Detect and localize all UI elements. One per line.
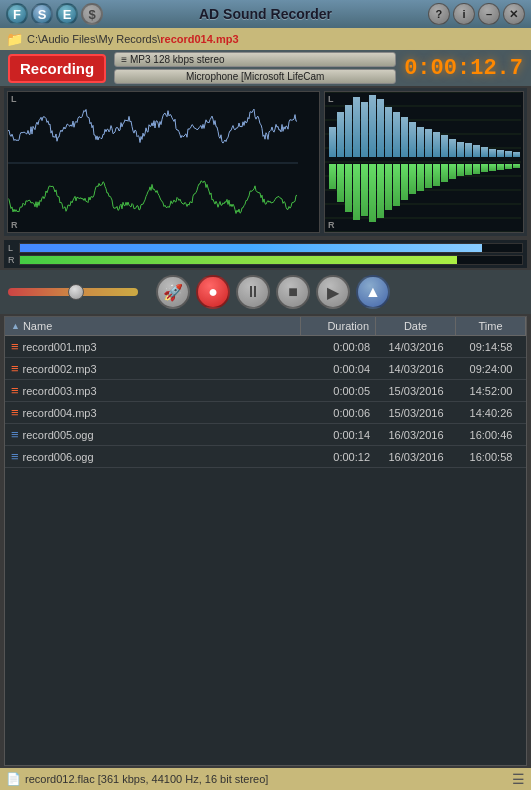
file-row[interactable]: ≡ record006.ogg 0:00:12 16/03/2016 16:00… [5,446,526,468]
spectrum-canvas [325,92,521,233]
file-icon: 📄 [6,772,21,786]
microphone-button[interactable]: Microphone [Microsoft LifeCam [114,69,396,84]
up-icon: ▲ [365,283,381,301]
file-cell-date: 15/03/2016 [376,406,456,420]
play-button[interactable]: ▶ [316,275,350,309]
file-cell-time: 14:52:00 [456,384,526,398]
file-list-body: ≡ record001.mp3 0:00:08 14/03/2016 09:14… [5,336,526,468]
file-cell-time: 09:14:58 [456,340,526,354]
file-cell-duration: 0:00:06 [301,406,376,420]
file-row[interactable]: ≡ record005.ogg 0:00:14 16/03/2016 16:00… [5,424,526,446]
waveform-label-r: R [11,220,18,230]
volume-thumb[interactable] [68,284,84,300]
file-name: record006.ogg [23,451,94,463]
header-time[interactable]: Time [456,317,526,335]
file-row[interactable]: ≡ record001.mp3 0:00:08 14/03/2016 09:14… [5,336,526,358]
file-section: ▲ Name Duration Date Time ≡ record001.mp… [4,316,527,766]
file-cell-name: ≡ record002.mp3 [5,360,301,377]
file-type-icon: ≡ [11,405,19,420]
volume-track[interactable] [8,288,138,296]
waveform-left: L R [7,91,320,233]
file-cell-name: ≡ record005.ogg [5,426,301,443]
pause-icon: ⏸ [245,283,261,301]
spectrum-label-l: L [328,94,334,104]
file-row[interactable]: ≡ record002.mp3 0:00:04 14/03/2016 09:24… [5,358,526,380]
icon-dollar[interactable]: $ [81,3,103,25]
level-label-r: R [8,255,16,265]
file-cell-date: 16/03/2016 [376,428,456,442]
header-duration[interactable]: Duration [301,317,376,335]
recording-area: Recording ≡ MP3 128 kbps stereo Micropho… [0,50,531,86]
file-cell-name: ≡ record004.mp3 [5,404,301,421]
file-cell-duration: 0:00:12 [301,450,376,464]
file-cell-time: 14:40:26 [456,406,526,420]
header-name[interactable]: ▲ Name [5,317,301,335]
file-type-icon: ≡ [11,383,19,398]
icon-s[interactable]: S [31,3,53,25]
file-name: record005.ogg [23,429,94,441]
level-track-l [19,243,523,253]
status-bar: 📄 record012.flac [361 kbps, 44100 Hz, 16… [0,768,531,790]
title-bar: F S E $ AD Sound Recorder ? i – ✕ [0,0,531,28]
rocket-button[interactable]: 🚀 [156,275,190,309]
file-type-icon: ≡ [11,361,19,376]
icon-f[interactable]: F [6,3,28,25]
status-text: record012.flac [361 kbps, 44100 Hz, 16 b… [25,773,268,785]
volume-slider-container [8,288,148,296]
file-type-icon: ≡ [11,339,19,354]
file-cell-duration: 0:00:05 [301,384,376,398]
waveform-label-l: L [11,94,17,104]
level-track-r [19,255,523,265]
info-button[interactable]: i [453,3,475,25]
file-cell-duration: 0:00:08 [301,340,376,354]
file-cell-date: 15/03/2016 [376,384,456,398]
play-icon: ▶ [327,283,339,302]
record-button[interactable]: ● [196,275,230,309]
header-date[interactable]: Date [376,317,456,335]
title-bar-right: ? i – ✕ [428,3,525,25]
minimize-button[interactable]: – [478,3,500,25]
level-row-l: L [8,243,523,253]
file-cell-date: 14/03/2016 [376,340,456,354]
rocket-icon: 🚀 [163,283,183,302]
recording-info: ≡ MP3 128 kbps stereo Microphone [Micros… [114,52,396,84]
filepath-bar: 📁 C:\Audio Files\My Records\record014.mp… [0,28,531,50]
format-lines-icon: ≡ [121,54,127,65]
file-cell-time: 16:00:46 [456,428,526,442]
control-buttons: 🚀 ● ⏸ ■ ▶ ▲ [156,275,390,309]
main-content: Recording ≡ MP3 128 kbps stereo Micropho… [0,50,531,768]
format-button[interactable]: ≡ MP3 128 kbps stereo [114,52,396,67]
filepath-text: C:\Audio Files\My Records\record014.mp3 [27,33,239,45]
waveform-area: L R L R [4,88,527,236]
file-list-header: ▲ Name Duration Date Time [5,317,526,336]
level-bars: L R [4,240,527,268]
status-menu-icon[interactable]: ☰ [512,771,525,787]
sort-arrow-icon: ▲ [11,321,20,331]
controls-area: 🚀 ● ⏸ ■ ▶ ▲ [0,270,531,314]
pause-button[interactable]: ⏸ [236,275,270,309]
icon-e[interactable]: E [56,3,78,25]
folder-icon: 📁 [6,31,23,47]
file-type-icon: ≡ [11,427,19,442]
close-button[interactable]: ✕ [503,3,525,25]
file-row[interactable]: ≡ record004.mp3 0:00:06 15/03/2016 14:40… [5,402,526,424]
level-label-l: L [8,243,16,253]
help-button[interactable]: ? [428,3,450,25]
file-cell-duration: 0:00:14 [301,428,376,442]
waveform-canvas [8,92,298,233]
app-title: AD Sound Recorder [199,6,332,22]
level-fill-r [20,256,457,264]
stop-button[interactable]: ■ [276,275,310,309]
file-name: record002.mp3 [23,363,97,375]
file-cell-date: 14/03/2016 [376,362,456,376]
spectrum-right: L R [324,91,524,233]
file-cell-name: ≡ record003.mp3 [5,382,301,399]
spectrum-label-r: R [328,220,335,230]
title-bar-icons: F S E $ [6,3,103,25]
stop-icon: ■ [288,283,298,301]
upload-button[interactable]: ▲ [356,275,390,309]
record-icon: ● [208,283,218,301]
file-row[interactable]: ≡ record003.mp3 0:00:05 15/03/2016 14:52… [5,380,526,402]
file-name: record004.mp3 [23,407,97,419]
recording-badge: Recording [8,54,106,83]
